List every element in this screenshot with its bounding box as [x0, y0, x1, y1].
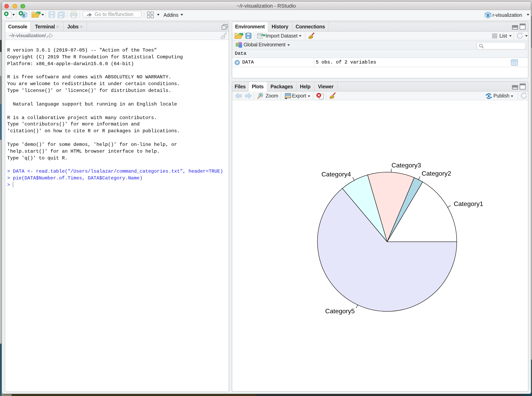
- svg-text:Category2: Category2: [422, 170, 451, 177]
- svg-text:Category1: Category1: [454, 200, 483, 208]
- svg-text:Category5: Category5: [325, 308, 355, 315]
- svg-text:R: R: [486, 13, 490, 17]
- svg-text:Category4: Category4: [321, 171, 351, 178]
- svg-text:Category3: Category3: [392, 162, 421, 169]
